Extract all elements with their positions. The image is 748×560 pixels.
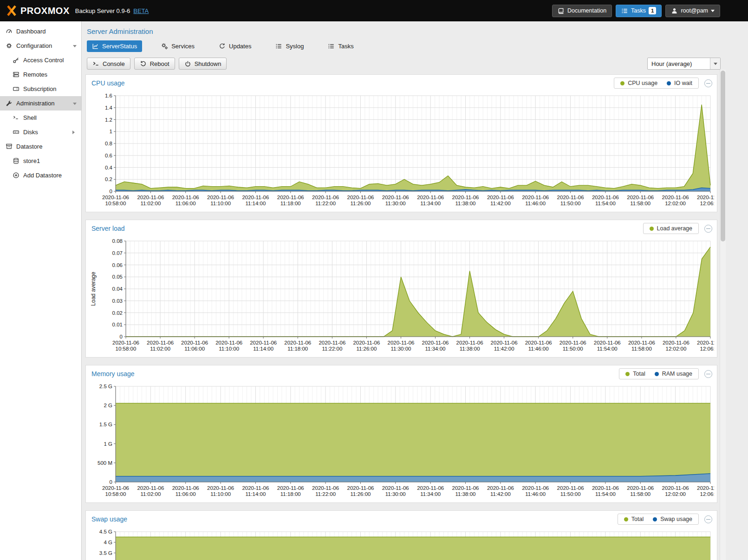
svg-text:11:54:00: 11:54:00 xyxy=(597,346,618,352)
sidebar-item-dashboard[interactable]: Dashboard xyxy=(0,24,81,39)
plus-circle-icon xyxy=(13,172,20,179)
reboot-label: Reboot xyxy=(150,60,169,67)
svg-text:11:58:00: 11:58:00 xyxy=(631,346,652,352)
proxmox-logo-icon xyxy=(6,5,18,17)
tab-syslog[interactable]: Syslog xyxy=(270,40,309,52)
book-icon xyxy=(558,7,565,14)
shutdown-button[interactable]: Shutdown xyxy=(179,58,227,70)
sidebar-item-subscription[interactable]: Subscription xyxy=(0,82,81,96)
svg-text:4 G: 4 G xyxy=(104,540,112,545)
collapse-icon[interactable] xyxy=(704,370,712,378)
svg-text:2020-11-06: 2020-11-06 xyxy=(525,340,552,345)
svg-text:12:02:00: 12:02:00 xyxy=(665,201,686,206)
tab-serverstatus[interactable]: ServerStatus xyxy=(87,40,142,52)
reboot-icon xyxy=(140,60,147,67)
user-menu-button[interactable]: root@pam xyxy=(665,5,720,17)
legend-item: Load average xyxy=(650,225,692,232)
svg-text:11:02:00: 11:02:00 xyxy=(140,201,161,206)
time-range-select[interactable]: Hour (average) xyxy=(647,58,721,70)
collapse-icon[interactable] xyxy=(704,225,712,233)
panel-memory-usage: Memory usage Total RAM usage 0500 M1 G1.… xyxy=(85,365,717,503)
legend-dot xyxy=(624,517,628,521)
svg-text:11:02:00: 11:02:00 xyxy=(150,346,170,352)
svg-text:0.2: 0.2 xyxy=(105,176,112,182)
legend-item: Total xyxy=(625,371,645,377)
tab-tasks[interactable]: Tasks xyxy=(323,40,358,52)
panel-title: Swap usage xyxy=(91,515,127,523)
sidebar-item-administration[interactable]: Administration xyxy=(0,96,81,111)
tab-services[interactable]: Services xyxy=(156,40,200,52)
legend-label: RAM usage xyxy=(662,371,692,377)
sidebar-item-label: Configuration xyxy=(16,42,52,49)
svg-text:0.6: 0.6 xyxy=(105,153,112,158)
svg-text:2020-11-06: 2020-11-06 xyxy=(452,195,479,200)
documentation-button[interactable]: Documentation xyxy=(552,5,612,17)
svg-text:2020-11-06: 2020-11-06 xyxy=(147,340,174,345)
svg-text:2020-11-06: 2020-11-06 xyxy=(456,340,483,345)
tasks-count-badge: 1 xyxy=(649,7,656,14)
beta-link[interactable]: BETA xyxy=(133,7,149,14)
svg-text:10:58:00: 10:58:00 xyxy=(105,491,126,497)
svg-text:11:54:00: 11:54:00 xyxy=(595,491,616,497)
svg-text:11:14:00: 11:14:00 xyxy=(253,346,273,352)
svg-text:4.5 G: 4.5 G xyxy=(99,529,112,534)
reboot-button[interactable]: Reboot xyxy=(134,58,175,70)
sidebar-item-label: Dashboard xyxy=(16,28,46,35)
sidebar-item-disks[interactable]: Disks xyxy=(0,125,81,139)
svg-text:11:34:00: 11:34:00 xyxy=(425,346,446,352)
svg-text:2020-11-06: 2020-11-06 xyxy=(594,340,621,345)
sidebar-item-add-datastore[interactable]: Add Datastore xyxy=(0,168,81,182)
svg-text:2020-11-06: 2020-11-06 xyxy=(557,195,584,200)
svg-text:12:02:00: 12:02:00 xyxy=(665,491,686,497)
svg-text:2020-11-06: 2020-11-06 xyxy=(697,485,714,491)
cpu-usage-chart: 00.20.40.60.811.21.41.62020-11-0610:58:0… xyxy=(89,92,714,209)
scrollbar-thumb[interactable] xyxy=(721,71,725,241)
svg-text:12:06:00: 12:06:00 xyxy=(700,346,714,352)
sidebar-item-store1[interactable]: store1 xyxy=(0,154,81,168)
collapse-icon[interactable] xyxy=(704,79,712,87)
svg-text:2020-11-06: 2020-11-06 xyxy=(422,340,449,345)
svg-text:0.01: 0.01 xyxy=(112,322,123,327)
refresh-icon xyxy=(219,43,226,50)
svg-text:2020-11-06: 2020-11-06 xyxy=(697,340,714,345)
svg-text:12:02:00: 12:02:00 xyxy=(666,346,687,352)
svg-text:2020-11-06: 2020-11-06 xyxy=(627,195,654,200)
svg-text:11:06:00: 11:06:00 xyxy=(176,201,196,206)
collapse-icon[interactable] xyxy=(704,515,712,523)
chevron-down-icon xyxy=(73,45,77,49)
svg-text:2020-11-06: 2020-11-06 xyxy=(277,485,304,491)
sidebar-item-remotes[interactable]: Remotes xyxy=(0,67,81,82)
svg-text:2020-11-06: 2020-11-06 xyxy=(487,485,514,491)
svg-text:11:26:00: 11:26:00 xyxy=(351,491,371,497)
chevron-down-icon xyxy=(711,10,715,14)
svg-text:2020-11-06: 2020-11-06 xyxy=(242,195,269,200)
svg-text:11:38:00: 11:38:00 xyxy=(455,491,476,497)
legend-item: Swap usage xyxy=(653,516,692,522)
svg-text:2020-11-06: 2020-11-06 xyxy=(207,195,234,200)
scrollbar[interactable] xyxy=(720,70,726,560)
sidebar-item-access-control[interactable]: Access Control xyxy=(0,53,81,67)
svg-text:2020-11-06: 2020-11-06 xyxy=(277,195,304,200)
tab-updates[interactable]: Updates xyxy=(214,40,256,52)
tasks-button[interactable]: Tasks 1 xyxy=(616,5,662,17)
sidebar-item-label: Administration xyxy=(16,100,54,107)
panel-title: Server load xyxy=(91,225,125,232)
svg-text:0.07: 0.07 xyxy=(112,250,123,256)
chevron-down-icon xyxy=(73,103,77,107)
svg-text:11:22:00: 11:22:00 xyxy=(315,201,336,206)
svg-text:1.5 G: 1.5 G xyxy=(99,422,112,427)
sidebar-item-configuration[interactable]: Configuration xyxy=(0,39,81,53)
console-button[interactable]: Console xyxy=(87,58,130,70)
swap-usage-chart: 0500 M1 G1.5 G2 G2.5 G3 G3.5 G4 G4.5 G20… xyxy=(89,528,714,560)
hdd-icon xyxy=(13,129,20,136)
sidebar-item-datastore[interactable]: Datastore xyxy=(0,139,81,154)
svg-text:11:26:00: 11:26:00 xyxy=(351,201,371,206)
svg-text:2020-11-06: 2020-11-06 xyxy=(112,340,139,345)
svg-text:10:58:00: 10:58:00 xyxy=(105,201,126,206)
panel-cpu-usage: CPU usage CPU usage IO wait 00.20.40.60.… xyxy=(85,74,717,212)
page-title: Server Administration xyxy=(87,27,748,35)
sidebar-item-shell[interactable]: Shell xyxy=(0,111,81,125)
svg-text:11:42:00: 11:42:00 xyxy=(490,201,511,206)
legend-label: Total xyxy=(631,516,644,522)
svg-text:12:06:00: 12:06:00 xyxy=(700,201,714,206)
